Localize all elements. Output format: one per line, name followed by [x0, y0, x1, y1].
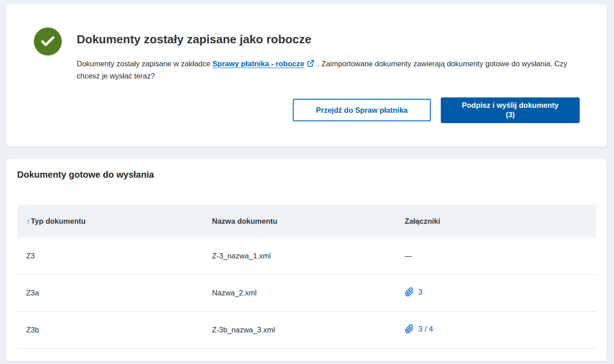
table-row: Z3b Z-3b_nazwa_3.xml 3 / 4	[17, 312, 596, 349]
notification-card: Dokumenty zostały zapisane jako robocze …	[6, 4, 607, 147]
documents-section-title: Dokumenty gotowe do wysłania	[17, 170, 596, 180]
cell-attachments: 3	[405, 287, 596, 299]
external-link-icon[interactable]	[307, 59, 314, 71]
attachments-count: 3 / 4	[418, 325, 433, 334]
action-buttons-row: Przejdź do Spraw płatnika Podpisz i wyśl…	[77, 97, 580, 123]
attachments-count: 3	[418, 288, 422, 297]
message-text-before: Dokumenty zostały zapisane w zakładce	[77, 60, 210, 68]
cell-doc-name: Z-3_nazwa_1.xml	[212, 252, 405, 260]
header-nazwa-dokumentu[interactable]: Nazwa dokumentu	[212, 217, 405, 226]
notification-body: Dokumenty zostały zapisane jako robocze …	[77, 28, 580, 123]
table-header-row: ↑Typ dokumentu Nazwa dokumentu Załącznik…	[17, 205, 596, 238]
sprawy-platnika-robocze-link[interactable]: Sprawy płatnika - robocze	[212, 60, 305, 68]
cell-doc-type: Z3b	[17, 326, 212, 334]
header-typ-dokumentu[interactable]: ↑Typ dokumentu	[17, 217, 212, 226]
sign-button-count: (3)	[448, 110, 572, 120]
paperclip-icon	[405, 324, 414, 334]
page: { "notification": { "title": "Dokumenty …	[0, 0, 614, 364]
cell-attachments: —	[405, 252, 596, 260]
table-row: Z3 Z-3_nazwa_1.xml —	[17, 238, 596, 275]
notification-content: Dokumenty zostały zapisane jako robocze …	[6, 4, 607, 123]
attachments-link[interactable]: 3 / 4	[405, 324, 433, 334]
check-glyph	[40, 33, 56, 50]
cell-doc-type: Z3	[17, 252, 212, 260]
notification-message: Dokumenty zostały zapisane w zakładce Sp…	[77, 58, 580, 82]
go-to-sprawy-platnika-button[interactable]: Przejdź do Spraw płatnika	[293, 99, 431, 121]
header-typ-dokumentu-label[interactable]: Typ dokumentu	[31, 217, 86, 225]
cell-doc-type: Z3a	[17, 289, 212, 297]
sort-ascending-icon[interactable]: ↑	[26, 217, 30, 225]
cell-doc-name: Z-3b_nazwa_3.xml	[212, 326, 405, 334]
header-zalaczniki[interactable]: Załączniki	[405, 217, 596, 226]
documents-ready-card: Dokumenty gotowe do wysłania ↑Typ dokume…	[6, 159, 607, 361]
notification-title: Dokumenty zostały zapisane jako robocze	[77, 33, 580, 46]
cell-doc-name: Nazwa_2.xml	[212, 289, 405, 297]
paperclip-icon	[405, 287, 414, 297]
documents-table: ↑Typ dokumentu Nazwa dokumentu Załącznik…	[17, 205, 596, 349]
table-row: Z3a Nazwa_2.xml 3	[17, 275, 596, 312]
attachments-link[interactable]: 3	[405, 287, 422, 297]
cell-attachments: 3 / 4	[405, 324, 596, 336]
sign-button-label: Podpisz i wyślij dokumenty	[448, 101, 572, 110]
sign-and-send-documents-button[interactable]: Podpisz i wyślij dokumenty (3)	[441, 97, 580, 123]
no-attachments-dash: —	[405, 252, 412, 260]
success-check-icon	[34, 28, 62, 55]
